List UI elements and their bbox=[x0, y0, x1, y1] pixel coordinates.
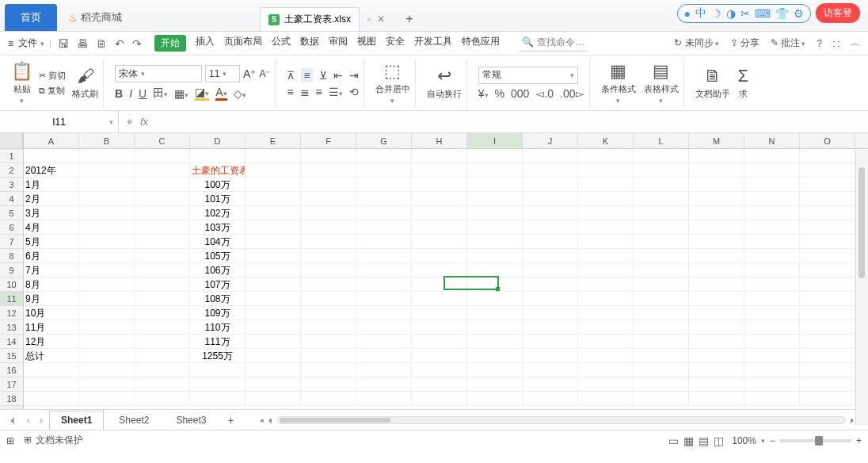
contrast-icon[interactable]: ◑ bbox=[726, 7, 736, 20]
cell[interactable] bbox=[356, 263, 412, 277]
cell[interactable] bbox=[523, 192, 578, 206]
cell[interactable] bbox=[301, 320, 356, 335]
col-header-E[interactable]: E bbox=[246, 133, 301, 148]
cell[interactable] bbox=[800, 220, 855, 235]
cell[interactable] bbox=[634, 163, 689, 178]
cell[interactable] bbox=[634, 377, 689, 392]
border-button[interactable]: 田▾ bbox=[153, 86, 168, 101]
currency-button[interactable]: ¥▾ bbox=[478, 87, 489, 100]
cell[interactable] bbox=[135, 377, 190, 392]
row-header-4[interactable]: 4 bbox=[0, 192, 23, 206]
cell[interactable] bbox=[689, 263, 744, 277]
row-header-17[interactable]: 17 bbox=[0, 377, 23, 392]
goto-icon[interactable]: ⌖ bbox=[127, 116, 132, 128]
cell[interactable] bbox=[301, 178, 356, 192]
cell[interactable] bbox=[800, 192, 855, 206]
sheet-tab-1[interactable]: Sheet1 bbox=[49, 411, 104, 430]
orientation-button[interactable]: ⟲ bbox=[349, 86, 359, 98]
row-header-6[interactable]: 6 bbox=[0, 220, 23, 235]
cell[interactable] bbox=[190, 392, 246, 406]
cell[interactable] bbox=[79, 363, 135, 377]
cell[interactable] bbox=[467, 349, 523, 363]
zoom-in-button[interactable]: + bbox=[856, 435, 862, 446]
format-painter-button[interactable]: 🖌格式刷 bbox=[72, 66, 98, 100]
cell[interactable] bbox=[412, 263, 467, 277]
underline-button[interactable]: U bbox=[139, 87, 147, 100]
cell[interactable] bbox=[246, 392, 301, 406]
cell[interactable] bbox=[135, 277, 190, 292]
cell[interactable] bbox=[135, 392, 190, 406]
cell[interactable] bbox=[412, 163, 467, 178]
row-header-11[interactable]: 11 bbox=[0, 292, 23, 306]
print-icon[interactable]: 🖶 bbox=[77, 37, 88, 50]
cell[interactable] bbox=[523, 220, 578, 235]
cell[interactable] bbox=[301, 292, 356, 306]
row-header-9[interactable]: 9 bbox=[0, 263, 23, 277]
cell[interactable] bbox=[301, 363, 356, 377]
number-format-select[interactable]: 常规▾ bbox=[478, 67, 578, 84]
cell[interactable] bbox=[356, 320, 412, 335]
percent-button[interactable]: % bbox=[495, 87, 504, 100]
tab-popup-icon[interactable]: ▫ bbox=[367, 13, 371, 25]
tab-formula[interactable]: 公式 bbox=[272, 35, 291, 52]
hamburger-icon[interactable]: ≡ bbox=[8, 38, 13, 49]
row-header-18[interactable]: 18 bbox=[0, 392, 23, 406]
cell[interactable]: 104万 bbox=[190, 235, 246, 249]
doc-protect-status[interactable]: ⛨ 文档未保护 bbox=[24, 434, 83, 447]
indent-right-button[interactable]: ⇥ bbox=[349, 69, 359, 82]
tab-review[interactable]: 审阅 bbox=[329, 35, 348, 52]
cell[interactable]: 9月 bbox=[24, 292, 79, 306]
cell[interactable] bbox=[634, 263, 689, 277]
tab-dev[interactable]: 开发工具 bbox=[414, 35, 452, 52]
cell[interactable] bbox=[246, 163, 301, 178]
cell[interactable] bbox=[467, 335, 523, 349]
cell[interactable] bbox=[634, 306, 689, 320]
col-header-B[interactable]: B bbox=[79, 133, 135, 148]
cell[interactable] bbox=[467, 235, 523, 249]
cell[interactable] bbox=[744, 163, 800, 178]
cell[interactable]: 102万 bbox=[190, 206, 246, 220]
cell[interactable] bbox=[744, 349, 800, 363]
cell[interactable] bbox=[24, 392, 79, 406]
cell[interactable] bbox=[578, 392, 634, 406]
save-icon[interactable]: 🖫 bbox=[58, 37, 69, 50]
cell[interactable] bbox=[246, 292, 301, 306]
cell[interactable] bbox=[578, 192, 634, 206]
cell[interactable] bbox=[412, 320, 467, 335]
merge-center-button[interactable]: ⬚合并居中▾ bbox=[375, 61, 410, 105]
tab-start[interactable]: 开始 bbox=[154, 35, 186, 52]
view-grid-icon[interactable]: ▦ bbox=[683, 434, 694, 447]
cell[interactable] bbox=[412, 306, 467, 320]
row-header-15[interactable]: 15 bbox=[0, 349, 23, 363]
cell[interactable] bbox=[744, 320, 800, 335]
cell[interactable] bbox=[301, 306, 356, 320]
row-header-16[interactable]: 16 bbox=[0, 363, 23, 377]
shop-tab[interactable]: ♨ 稻壳商城 bbox=[57, 4, 133, 31]
col-header-D[interactable]: D bbox=[190, 133, 246, 148]
doc-helper-button[interactable]: 🗎文档助手 bbox=[695, 66, 730, 100]
add-tab-button[interactable]: + bbox=[399, 9, 419, 29]
cell[interactable] bbox=[412, 206, 467, 220]
cell[interactable] bbox=[523, 277, 578, 292]
row-header-5[interactable]: 5 bbox=[0, 206, 23, 220]
cell[interactable] bbox=[246, 220, 301, 235]
cell[interactable] bbox=[356, 163, 412, 178]
cell[interactable]: 12月 bbox=[24, 335, 79, 349]
italic-button[interactable]: I bbox=[129, 87, 132, 100]
assist-icon[interactable]: ● bbox=[684, 7, 691, 20]
cell[interactable] bbox=[412, 249, 467, 263]
cell[interactable] bbox=[79, 206, 135, 220]
cell[interactable] bbox=[467, 192, 523, 206]
cell[interactable] bbox=[689, 149, 744, 163]
cell[interactable] bbox=[744, 263, 800, 277]
row-header-13[interactable]: 13 bbox=[0, 320, 23, 335]
help-button[interactable]: ? bbox=[817, 38, 822, 49]
gear-icon[interactable]: ⚙ bbox=[794, 7, 804, 20]
moon-icon[interactable]: ☽ bbox=[711, 7, 721, 20]
cell[interactable] bbox=[800, 277, 855, 292]
cell[interactable] bbox=[689, 277, 744, 292]
cell[interactable] bbox=[79, 263, 135, 277]
cell[interactable] bbox=[301, 377, 356, 392]
cell[interactable] bbox=[578, 178, 634, 192]
increase-font-button[interactable]: A⁺ bbox=[243, 67, 256, 80]
